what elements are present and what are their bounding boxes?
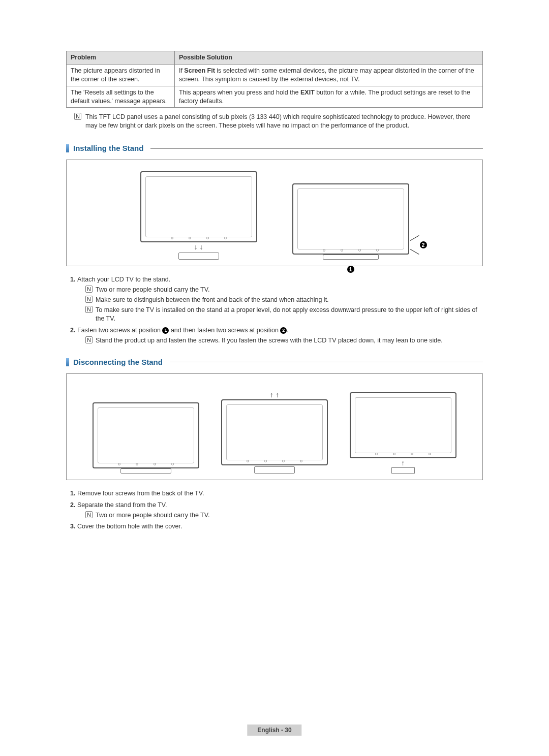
table-row: The picture appears distorted in the cor… xyxy=(67,64,483,86)
note-icon: N xyxy=(85,336,93,343)
list-item: Cover the bottom hole with the cover. xyxy=(77,522,483,531)
disconnect-diagram: ↑↑ ↑ xyxy=(66,373,483,480)
note-icon: N xyxy=(85,296,93,303)
solution-cell: This appears when you press and hold the… xyxy=(174,86,482,108)
arrow-up-icon: ↑ xyxy=(270,391,273,398)
stand-attached-illustration xyxy=(323,255,379,260)
callout-1: 1 xyxy=(347,266,354,273)
table-row: The 'Resets all settings to the default … xyxy=(67,86,483,108)
note-icon: N xyxy=(85,286,93,293)
tv-illustration xyxy=(221,399,328,465)
list-item: Separate the stand from the TV. NTwo or … xyxy=(77,501,483,520)
header-problem: Problem xyxy=(67,51,175,65)
tv-illustration xyxy=(292,183,409,255)
section-rule xyxy=(170,362,483,362)
page-footer: English - 30 xyxy=(247,724,301,736)
section-marker xyxy=(66,358,69,366)
install-steps: Attach your LCD TV to the stand. NTwo or… xyxy=(66,275,483,344)
arrow-up-icon: ↑ xyxy=(276,391,279,398)
tv-illustration xyxy=(140,171,257,242)
problem-cell: The picture appears distorted in the cor… xyxy=(67,64,175,86)
troubleshoot-table: Problem Possible Solution The picture ap… xyxy=(66,51,483,108)
section-marker xyxy=(66,144,69,152)
section-install-header: Installing the Stand xyxy=(66,143,483,153)
section-rule xyxy=(150,148,483,149)
section-disconnect-header: Disconnecting the Stand xyxy=(66,357,483,367)
note-icon: N xyxy=(85,511,93,518)
table-header-row: Problem Possible Solution xyxy=(67,51,483,65)
tv-illustration xyxy=(93,402,199,468)
arrow-up-icon: ↑ xyxy=(401,459,405,466)
tv-illustration xyxy=(350,392,456,458)
cover-illustration xyxy=(391,467,415,474)
note-icon: N xyxy=(85,306,93,313)
callout-2-inline: 2 xyxy=(280,327,287,334)
problem-cell: The 'Resets all settings to the default … xyxy=(67,86,175,108)
note-text: This TFT LCD panel uses a panel consisti… xyxy=(85,113,483,130)
list-item: Attach your LCD TV to the stand. NTwo or… xyxy=(77,275,483,323)
arrow-down-icon: ↓ xyxy=(200,243,203,250)
disconnect-steps: Remove four screws from the back of the … xyxy=(66,489,483,531)
section-title: Disconnecting the Stand xyxy=(73,357,163,367)
panel-note: N This TFT LCD panel uses a panel consis… xyxy=(66,112,483,131)
stand-base-illustration xyxy=(254,466,295,474)
header-solution: Possible Solution xyxy=(174,51,482,65)
arrow-down-icon: ↓ xyxy=(194,243,198,250)
list-item: Fasten two screws at position 1 and then… xyxy=(77,326,483,345)
list-item: Remove four screws from the back of the … xyxy=(77,489,483,498)
note-icon: N xyxy=(74,113,81,120)
callout-2: 2 xyxy=(420,241,427,248)
stand-base-illustration xyxy=(178,253,219,260)
callout-1-inline: 1 xyxy=(162,327,169,334)
section-title: Installing the Stand xyxy=(73,143,143,153)
install-diagram: ↓↓ 2 1 xyxy=(66,160,483,266)
solution-cell: If Screen Fit is selected with some exte… xyxy=(174,64,482,86)
stand-attached-illustration xyxy=(120,468,171,474)
